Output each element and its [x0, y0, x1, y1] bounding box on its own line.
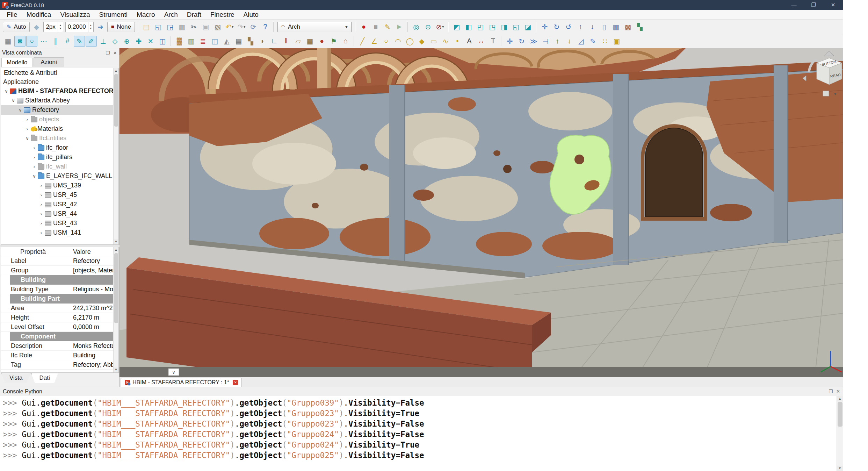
menu-file[interactable]: File — [2, 10, 22, 19]
print-button[interactable]: ▥ — [176, 21, 188, 33]
snap-special-button[interactable]: ◇ — [109, 36, 121, 47]
prop-row-area[interactable]: Area242,1730 m^2 — [1, 304, 118, 313]
redo-button[interactable]: ↷▾ — [236, 21, 247, 33]
draft-upgrade-button[interactable]: ↑ — [552, 36, 563, 47]
tree-item-usr-45[interactable]: ›USR_45 — [1, 190, 118, 200]
tree-item-ifc-wall[interactable]: ›ifc_wall — [1, 162, 118, 171]
refresh-button[interactable]: ⟳ — [248, 21, 259, 33]
line-width-arrows[interactable]: ▲▼ — [58, 22, 63, 32]
expand-icon[interactable]: › — [38, 211, 44, 216]
draft-edit-button[interactable]: ✎ — [587, 36, 599, 47]
arch-equipment-button[interactable]: ◗ — [257, 36, 268, 47]
macro-stop-button[interactable]: ■ — [370, 21, 381, 33]
tab-vista[interactable]: Vista — [1, 373, 31, 383]
snap-near-button[interactable]: ✚ — [133, 36, 144, 47]
prop-value[interactable]: 0,0000 m — [70, 322, 118, 331]
draft-shapestring-button[interactable]: A — [464, 36, 475, 47]
macro-play-button[interactable]: ► — [394, 21, 405, 33]
toggle-grid-button[interactable]: ▦ — [2, 36, 14, 47]
draft-polygon-button[interactable]: ◆ — [416, 36, 427, 47]
console-body[interactable]: >>> Gui.getDocument("HBIM___STAFFARDA_RE… — [0, 396, 837, 471]
prop-value[interactable]: 6,2170 m — [70, 313, 118, 322]
draft-polyline-button[interactable]: ∠ — [369, 36, 380, 47]
prop-row-level-offset[interactable]: Level Offset0,0000 m — [1, 322, 118, 332]
maximize-button[interactable]: ❐ — [804, 0, 823, 10]
whats-this-button[interactable]: ? — [260, 21, 271, 33]
macro-record-button[interactable]: ● — [358, 21, 369, 33]
tree-item-e-layers-ifc-wall[interactable]: ∨E_LAYERS_IFC_WALL — [1, 171, 118, 181]
expand-icon[interactable]: › — [31, 164, 37, 169]
grid-scale-arrows[interactable]: ▲▼ — [88, 22, 93, 32]
expand-icon[interactable]: › — [38, 202, 44, 207]
menu-draft[interactable]: Draft — [182, 10, 206, 19]
draft-point-button[interactable]: • — [452, 36, 463, 47]
expand-icon[interactable]: › — [24, 117, 30, 122]
snap-toggle-off-button[interactable]: ✕ — [145, 36, 156, 47]
tree-item-usr-42[interactable]: ›USR_42 — [1, 200, 118, 209]
prop-row-height[interactable]: Height6,2170 m — [1, 313, 118, 322]
prop-value[interactable]: 242,1730 m^2 — [70, 304, 118, 313]
toggle-panels-button[interactable]: ▚ — [634, 21, 645, 33]
line-width-stepper[interactable]: 2px ▲▼ — [43, 22, 63, 32]
arch-reference-button[interactable]: ⌂ — [340, 36, 351, 47]
draw-style-button[interactable]: ⊘▾ — [434, 21, 446, 33]
nav-cube-menu-icon[interactable]: ▾ — [834, 92, 836, 97]
prop-value[interactable]: Building — [70, 351, 118, 360]
draft-arc-button[interactable]: ◠ — [392, 36, 404, 47]
tab-modello[interactable]: Modello — [1, 58, 33, 67]
expand-icon[interactable]: › — [38, 183, 44, 188]
tree-item-usr-43[interactable]: ›USR_43 — [1, 219, 118, 228]
model-tree[interactable]: Etichette & Attributi Applicazione ∨HBIM… — [1, 68, 119, 245]
door-opening[interactable] — [643, 126, 706, 219]
tab-azioni[interactable]: Azioni — [34, 57, 64, 67]
apply-style-button[interactable]: ➔ — [95, 21, 106, 33]
nav-cube-mini-icon[interactable] — [823, 91, 829, 96]
view-bottom-button[interactable]: ◱ — [511, 21, 522, 33]
menu-modifica[interactable]: Modifica — [22, 10, 56, 19]
scroll-up-icon[interactable]: ▲ — [114, 68, 118, 73]
tree-item-staffarda-abbey[interactable]: ∨Staffarda Abbey — [1, 96, 118, 105]
snap-parallel-button[interactable]: ∥ — [50, 36, 61, 47]
expand-icon[interactable]: › — [38, 192, 44, 198]
snap-extension-button[interactable]: ✐ — [86, 36, 97, 47]
grid-scale-stepper[interactable]: 0,2000 ▲▼ — [65, 22, 94, 32]
arch-axis-system-button[interactable]: ‖ — [281, 36, 292, 47]
tab-dati[interactable]: Dati — [31, 373, 58, 383]
snap-perpendicular-button[interactable]: ⊥ — [97, 36, 109, 47]
minimize-button[interactable]: — — [784, 0, 804, 10]
arch-material-button[interactable]: ● — [316, 36, 327, 47]
arch-window-button[interactable]: ◫ — [209, 36, 220, 47]
expand-icon[interactable]: › — [24, 126, 30, 131]
snap-midpoint-button[interactable]: ⋯ — [38, 36, 49, 47]
menu-finestre[interactable]: Finestre — [206, 10, 239, 19]
menu-macro[interactable]: Macro — [132, 10, 160, 19]
title-bar[interactable]: F FreeCAD 0.18 — ❐ ✕ — [0, 0, 843, 10]
new-window-button[interactable]: ▯ — [599, 21, 610, 33]
arch-schedule-button[interactable]: ▤ — [233, 36, 244, 47]
properties-scrollbar[interactable]: ▲ ▼ — [113, 247, 118, 372]
expand-icon[interactable]: › — [38, 221, 44, 226]
arch-pipe-button[interactable]: ∟ — [269, 36, 280, 47]
save-file-button[interactable]: ◲ — [165, 21, 176, 33]
scroll-down-icon[interactable]: ▼ — [114, 367, 118, 372]
cascade-windows-button[interactable]: ▩ — [622, 21, 634, 33]
prop-value[interactable]: Refectory — [70, 256, 118, 265]
scroll-down-icon[interactable]: ▼ — [837, 466, 843, 471]
tree-item-hbim-staffarda-refectory[interactable]: ∨HBIM - STAFFARDA REFECTORY — [1, 86, 118, 96]
draft-scale-button[interactable]: ◿ — [576, 36, 587, 47]
new-file-button[interactable]: ▤ — [141, 21, 152, 33]
console-scrollbar[interactable]: ▲ ▼ — [837, 396, 843, 471]
menu-arch[interactable]: Arch — [160, 10, 182, 19]
panel-float-icon[interactable]: ❐ — [829, 389, 833, 394]
view-front-button[interactable]: ◧ — [463, 21, 474, 33]
macro-edit-button[interactable]: ✎ — [382, 21, 393, 33]
open-file-button[interactable]: ◱ — [153, 21, 164, 33]
autogroup-none-button[interactable]: ■ None — [107, 22, 135, 32]
draft-line-button[interactable]: ╱ — [357, 36, 368, 47]
snap-lock-button[interactable]: ◙ — [14, 36, 26, 47]
copy-button[interactable]: ▣ — [200, 21, 211, 33]
draft-clone-button[interactable]: ▣ — [611, 36, 622, 47]
expand-icon[interactable]: › — [31, 155, 37, 160]
draft-downgrade-button[interactable]: ↓ — [564, 36, 575, 47]
collapse-icon[interactable]: ∨ — [24, 136, 30, 141]
